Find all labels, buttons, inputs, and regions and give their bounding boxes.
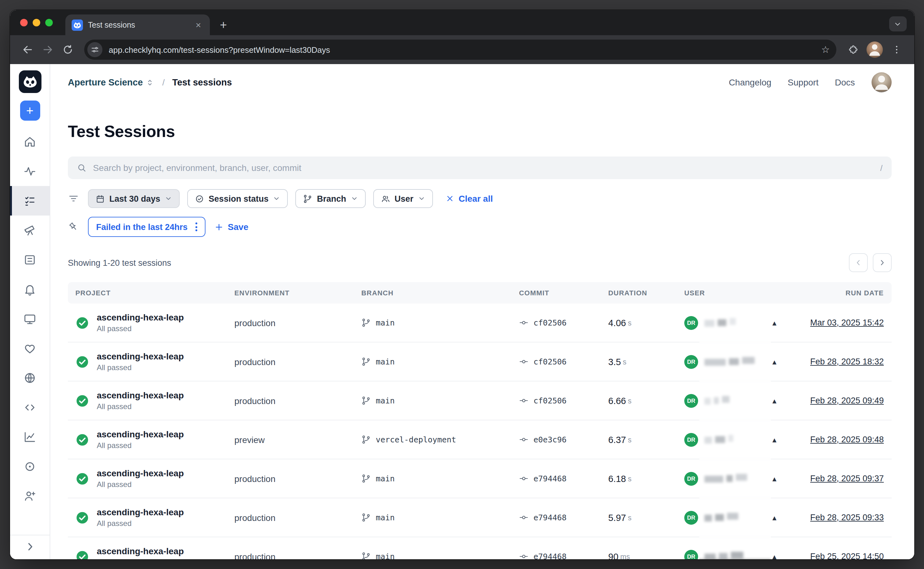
column-project: PROJECT	[68, 289, 227, 297]
users-icon	[381, 194, 390, 203]
table-row[interactable]: ascending-hexa-leapAll passed preview ve…	[68, 420, 891, 459]
duration-value: 90	[608, 551, 618, 559]
run-date-link[interactable]: Mar 03, 2025 15:42	[810, 318, 884, 327]
run-date-link[interactable]: Feb 28, 2025 09:33	[810, 513, 884, 522]
tab-title: Test sessions	[88, 20, 188, 29]
sidebar-item-invite-user[interactable]	[10, 481, 50, 511]
duration-unit: s	[628, 475, 632, 482]
status-passed-icon	[75, 511, 89, 524]
sidebar-item-list[interactable]	[10, 245, 50, 275]
date-range-filter[interactable]: Last 30 days	[88, 189, 180, 208]
close-window-button[interactable]	[20, 19, 27, 26]
branch-name: main	[376, 318, 395, 327]
sidebar-item-cli[interactable]	[10, 393, 50, 422]
bookmark-star-icon[interactable]: ☆	[821, 44, 830, 55]
tab-search-button[interactable]	[889, 16, 906, 31]
x-icon	[445, 194, 454, 203]
commit-sha: cf02506	[533, 357, 567, 366]
page-title: Test Sessions	[68, 122, 891, 141]
environment: preview	[227, 435, 354, 444]
git-branch-icon	[361, 435, 371, 444]
sidebar-item-dashboards[interactable]	[10, 422, 50, 452]
save-filter-button[interactable]: Save	[214, 222, 248, 232]
vercel-triangle-icon: ▲	[771, 553, 778, 559]
org-switcher-chevrons-icon	[146, 78, 155, 87]
search-icon	[77, 163, 87, 173]
create-new-button[interactable]: +	[20, 100, 40, 121]
user-avatar[interactable]	[871, 72, 891, 92]
table-row[interactable]: ascending-hexa-leapAll passed production…	[68, 459, 891, 498]
support-link[interactable]: Support	[788, 77, 818, 87]
run-date-link[interactable]: Feb 28, 2025 09:37	[810, 474, 884, 483]
status-passed-icon	[75, 433, 89, 446]
next-page-button[interactable]	[872, 253, 891, 272]
user-filter[interactable]: User	[373, 189, 433, 208]
docs-link[interactable]: Docs	[835, 77, 855, 87]
sidebar-item-target[interactable]	[10, 452, 50, 481]
browser-profile-avatar[interactable]	[866, 41, 883, 58]
commit-sha: e0e3c96	[533, 435, 567, 444]
commit-sha: cf02506	[533, 318, 567, 327]
sidebar-item-test-sessions[interactable]	[10, 186, 50, 216]
run-date-link[interactable]: Feb 28, 2025 09:49	[810, 396, 884, 405]
session-status-filter[interactable]: Session status	[187, 189, 288, 208]
screen: Test sessions × + app.check	[0, 0, 924, 569]
browser-tab[interactable]: Test sessions ×	[65, 14, 210, 35]
git-commit-icon	[519, 513, 529, 522]
browser-menu-icon[interactable]	[888, 41, 905, 58]
search-input[interactable]	[93, 163, 874, 173]
status-text: All passed	[97, 558, 184, 559]
table-row[interactable]: ascending-hexa-leapAll passed production…	[68, 342, 891, 382]
sidebar-expand-button[interactable]	[10, 534, 50, 559]
test-sessions-table: PROJECT ENVIRONMENT BRANCH COMMIT DURATI…	[68, 282, 891, 559]
environment: production	[227, 357, 354, 367]
browser-toolbar: app.checklyhq.com/test-sessions?presetWi…	[10, 35, 914, 64]
sidebar-item-activity[interactable]	[10, 157, 50, 186]
forward-button[interactable]	[39, 41, 56, 58]
branch-filter[interactable]: Branch	[296, 189, 366, 208]
duration-unit: s	[628, 436, 632, 443]
back-button[interactable]	[19, 41, 36, 58]
git-branch-icon	[361, 318, 371, 327]
org-name: Aperture Science	[68, 77, 143, 87]
address-bar[interactable]: app.checklyhq.com/test-sessions?presetWi…	[84, 40, 836, 60]
column-user: USER	[677, 289, 802, 297]
extensions-icon[interactable]	[843, 41, 861, 58]
table-row[interactable]: ascending-hexa-leapAll passed production…	[68, 537, 891, 559]
table-row[interactable]: ascending-hexa-leapAll passed production…	[68, 304, 891, 342]
user-filter-label: User	[395, 194, 413, 203]
sidebar: +	[10, 64, 50, 559]
sidebar-item-alerts[interactable]	[10, 275, 50, 304]
run-date-link[interactable]: Feb 28, 2025 18:32	[810, 357, 884, 366]
git-branch-icon	[361, 513, 371, 522]
checkly-logo[interactable]	[18, 70, 41, 93]
run-date-link[interactable]: Feb 28, 2025 09:48	[810, 435, 884, 444]
redacted-user-name	[704, 357, 765, 367]
sidebar-item-telescope[interactable]	[10, 216, 50, 245]
sidebar-item-status[interactable]	[10, 334, 50, 363]
reload-button[interactable]	[59, 41, 77, 58]
environment: production	[227, 551, 354, 559]
table-row[interactable]: ascending-hexa-leapAll passed production…	[68, 382, 891, 420]
new-tab-button[interactable]: +	[215, 14, 232, 35]
previous-page-button[interactable]	[849, 253, 868, 272]
commit-sha: e794468	[533, 513, 567, 522]
sidebar-item-home[interactable]	[10, 127, 50, 157]
saved-filter-button[interactable]: Failed in the last 24hrs	[88, 217, 205, 237]
branch-name: main	[376, 396, 395, 405]
table-row[interactable]: ascending-hexa-leapAll passed production…	[68, 498, 891, 537]
sidebar-item-private-locations[interactable]	[10, 363, 50, 393]
sidebar-item-monitor[interactable]	[10, 304, 50, 334]
duration-value: 4.06	[608, 318, 626, 328]
tab-close-icon[interactable]: ×	[193, 19, 204, 31]
duration-value: 5.97	[608, 513, 626, 522]
run-date-link[interactable]: Feb 25, 2025 14:50	[810, 552, 884, 559]
zoom-window-button[interactable]	[45, 19, 53, 26]
clear-all-button[interactable]: Clear all	[445, 193, 493, 204]
minimize-window-button[interactable]	[33, 19, 40, 26]
project-name: ascending-hexa-leap	[97, 546, 184, 556]
changelog-link[interactable]: Changelog	[729, 77, 771, 87]
kebab-menu-icon[interactable]	[195, 222, 197, 231]
org-switcher[interactable]: Aperture Science	[68, 77, 155, 87]
site-settings-icon[interactable]	[87, 42, 102, 57]
